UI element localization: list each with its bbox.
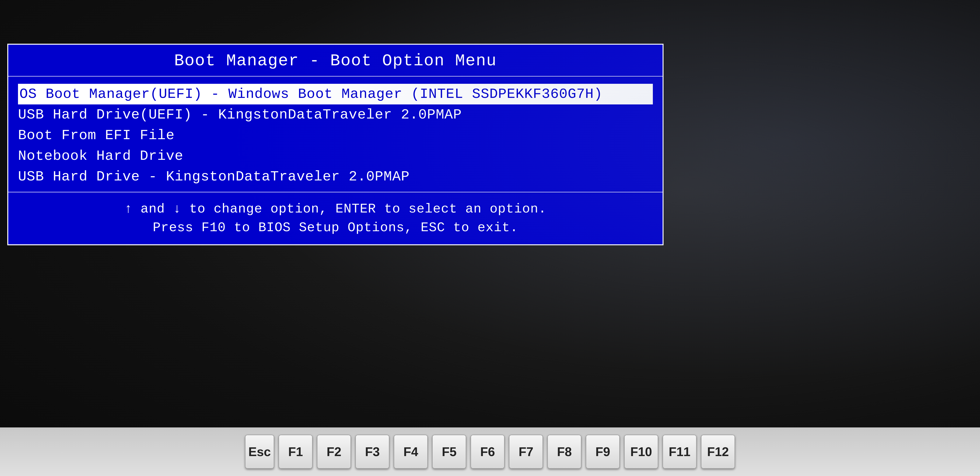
bios-help: ↑ and ↓ to change option, ENTER to selec…: [8, 192, 663, 244]
bios-menu-item-3[interactable]: Notebook Hard Drive: [18, 146, 653, 167]
key-f1[interactable]: F1: [278, 435, 313, 469]
bios-menu-item-2[interactable]: Boot From EFI File: [18, 125, 653, 146]
key-f3[interactable]: F3: [355, 435, 389, 469]
key-f6[interactable]: F6: [471, 435, 504, 469]
keyboard: EscF1F2F3F4F5F6F7F8F9F10F11F12: [0, 427, 980, 476]
key-esc[interactable]: Esc: [245, 435, 274, 469]
bios-menu-item-1[interactable]: USB Hard Drive(UEFI) - KingstonDataTrave…: [18, 105, 653, 125]
bios-menu-item-4[interactable]: USB Hard Drive - KingstonDataTraveler 2.…: [18, 167, 653, 187]
bios-title: Boot Manager - Boot Option Menu: [8, 45, 663, 76]
key-f7[interactable]: F7: [509, 435, 543, 469]
key-f2[interactable]: F2: [317, 435, 351, 469]
key-f12[interactable]: F12: [701, 435, 735, 469]
bios-menu-item-0[interactable]: OS Boot Manager(UEFI) - Windows Boot Man…: [18, 84, 653, 105]
bios-menu: OS Boot Manager(UEFI) - Windows Boot Man…: [8, 76, 663, 192]
bios-help-line-1: Press F10 to BIOS Setup Options, ESC to …: [13, 218, 658, 237]
bios-panel: Boot Manager - Boot Option Menu OS Boot …: [7, 44, 663, 245]
key-f4[interactable]: F4: [394, 435, 428, 469]
bios-help-line-0: ↑ and ↓ to change option, ENTER to selec…: [13, 200, 658, 218]
key-f10[interactable]: F10: [624, 435, 658, 469]
key-f11[interactable]: F11: [663, 435, 697, 469]
key-f9[interactable]: F9: [586, 435, 620, 469]
key-f5[interactable]: F5: [432, 435, 466, 469]
key-f8[interactable]: F8: [547, 435, 581, 469]
